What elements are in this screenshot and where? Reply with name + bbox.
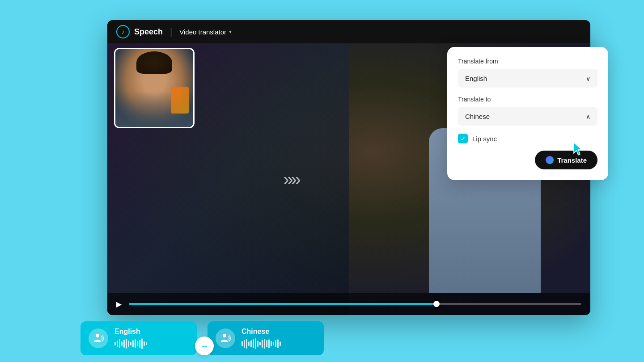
audio-section: English [80,321,608,355]
wave-bar [271,341,272,346]
wave-bar [266,340,267,347]
wave-bar [268,339,270,348]
wave-bar [141,338,143,349]
wave-bar [137,341,138,346]
wave-bar [262,340,263,348]
translate-from-value: English [465,75,487,82]
wave-bar [277,339,279,348]
translate-from-dropdown[interactable]: English ∨ [458,69,597,88]
from-chevron-down-icon: ∨ [586,75,590,82]
wave-bar [114,342,116,345]
wave-bar [132,340,134,347]
lip-sync-label: Lip sync [472,135,497,143]
main-container: ♪ Speech | Video translator ▾ [54,20,590,342]
audio-card-chinese: Chinese [208,321,324,355]
wave-bar [130,342,131,345]
nav-chevron-icon: ▾ [229,29,232,35]
chinese-person-svg [219,332,232,345]
wave-bar [273,342,274,345]
wave-bar [135,339,136,348]
wave-bar [253,339,254,348]
english-audio-person-icon [89,328,108,348]
wave-bar [121,341,123,346]
chinese-audio-person-icon [216,328,235,348]
wave-bar [264,339,265,349]
cursor-arrow [570,141,588,160]
arrows-indicator: »» [283,169,299,189]
english-lang-label: English [114,328,147,336]
translate-to-value: Chinese [465,113,490,120]
translate-to-dropdown[interactable]: Chinese ∧ [458,107,597,126]
wave-bar [244,340,245,348]
wave-bar [123,340,125,348]
wave-bar [146,342,147,345]
wave-bar [280,341,281,346]
wave-bar [257,341,258,347]
thumb-person-bg [115,49,193,127]
thumbnail-video [114,48,195,128]
to-chevron-up-icon: ∧ [586,113,590,120]
wave-bar [139,340,140,348]
progress-fill [129,303,436,305]
translate-from-label: Translate from [458,58,597,65]
wave-bar [144,341,145,346]
english-audio-info: English [114,328,147,349]
wave-bar [126,339,127,349]
english-waveform [114,338,147,349]
progress-bar[interactable] [129,303,581,305]
play-bar: ▶ [107,293,590,315]
arrow-circle-icon: → [195,337,214,355]
top-bar: ♪ Speech | Video translator ▾ [107,20,590,43]
wave-bar [259,342,261,345]
nav-label: Video translator [179,28,226,36]
progress-handle[interactable] [433,301,440,307]
chinese-waveform [242,338,281,349]
logo-text: Speech [134,27,163,37]
thumb-monitor [171,87,189,114]
svg-point-1 [223,334,226,337]
chinese-audio-info: Chinese [242,328,281,349]
wave-bar [246,339,247,349]
topbar-divider: | [170,27,172,37]
translation-panel: Translate from English ∨ Translate to Ch… [447,47,608,180]
wave-bar [128,341,129,347]
thumb-hair [136,51,172,74]
nav-dropdown[interactable]: Video translator ▾ [179,28,232,36]
translate-btn-icon [546,156,554,164]
audio-card-english: English [80,321,197,355]
wave-bar [275,340,276,347]
logo-icon: ♪ [116,25,130,38]
translate-button[interactable]: Translate [535,151,597,169]
svg-point-0 [96,334,99,337]
wave-bar [242,341,243,346]
wave-bar [255,338,256,349]
play-button[interactable]: ▶ [116,300,122,308]
wave-bar [117,341,118,347]
logo-area: ♪ Speech [116,25,163,38]
chinese-lang-label: Chinese [242,328,281,336]
lip-sync-checkbox[interactable]: ✓ [458,134,468,143]
wave-bar [250,340,252,347]
wave-bar [119,339,120,348]
wave-bar [248,341,250,346]
english-person-svg [92,332,105,345]
translate-to-label: Translate to [458,96,597,103]
